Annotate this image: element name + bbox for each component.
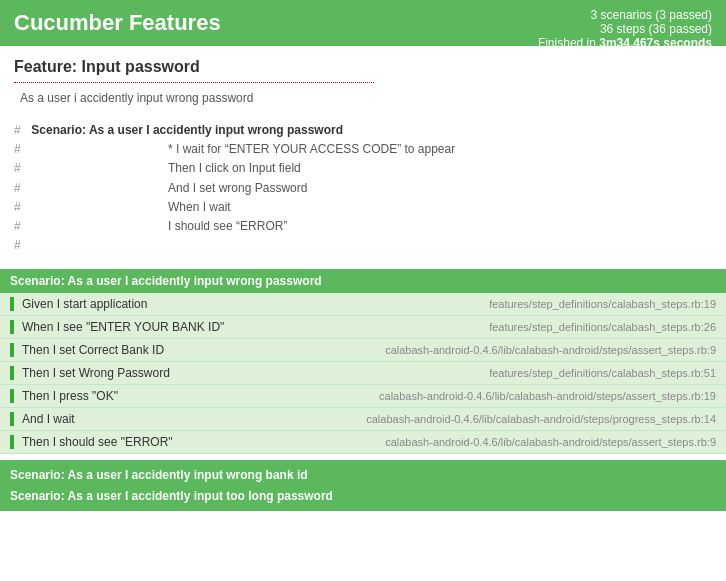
step-file: features/step_definitions/calabash_steps…: [489, 298, 716, 310]
step-text: When I wait: [168, 198, 231, 217]
scenario-plain: # Scenario: As a user I accidently input…: [0, 113, 726, 263]
table-row: Given I start applicationfeatures/step_d…: [0, 293, 726, 316]
step-hash: #: [14, 140, 28, 159]
step-file: calabash-android-0.4.6/lib/calabash-andr…: [379, 390, 716, 402]
footer-scenario-2: Scenario: As a user I accidently input t…: [10, 486, 716, 506]
collapse-all-button[interactable]: Collapse All: [583, 52, 646, 66]
scenario-plain-header: # Scenario: As a user I accidently input…: [14, 121, 712, 140]
header: Cucumber Features 3 scenarios (3 passed)…: [0, 0, 726, 46]
plain-step-line: #When I wait: [14, 198, 712, 217]
step-hash: #: [14, 217, 28, 236]
footer-scenario-1: Scenario: As a user I accidently input w…: [10, 465, 716, 485]
step-name: Then I press "OK": [22, 389, 379, 403]
step-file: calabash-android-0.4.6/lib/calabash-andr…: [366, 413, 716, 425]
plain-step-line: #: [14, 236, 712, 255]
scenario-block-header: Scenario: As a user I accidently input w…: [0, 269, 726, 293]
step-pass-indicator: [10, 297, 14, 311]
step-hash: #: [14, 236, 28, 255]
feature-divider: [14, 82, 374, 83]
step-text: Then I click on Input field: [168, 159, 301, 178]
scenario-plain-label: Scenario: As a user I accidently input w…: [31, 123, 343, 137]
step-name: Given I start application: [22, 297, 489, 311]
plain-step-line: #I should see “ERROR”: [14, 217, 712, 236]
expand-all-button[interactable]: Expand All: [655, 52, 712, 66]
table-row: Then I set Wrong Passwordfeatures/step_d…: [0, 362, 726, 385]
scenario-block: Scenario: As a user I accidently input w…: [0, 269, 726, 454]
step-name: Then I should see "ERROR": [22, 435, 385, 449]
step-name: When I see "ENTER YOUR BANK ID": [22, 320, 489, 334]
step-pass-indicator: [10, 412, 14, 426]
plain-step-line: #Then I click on Input field: [14, 159, 712, 178]
table-row: Then I should see "ERROR"calabash-androi…: [0, 431, 726, 454]
step-pass-indicator: [10, 366, 14, 380]
step-text: I should see “ERROR”: [168, 217, 287, 236]
time-stat: Finished in 3m34.467s seconds: [538, 36, 712, 50]
hash-icon: #: [14, 121, 28, 140]
step-pass-indicator: [10, 343, 14, 357]
finished-label: Finished in: [538, 36, 599, 50]
step-name: And I wait: [22, 412, 366, 426]
step-pass-indicator: [10, 320, 14, 334]
step-hash: #: [14, 179, 28, 198]
steps-stat: 36 steps (36 passed): [538, 22, 712, 36]
step-hash: #: [14, 198, 28, 217]
step-name: Then I set Wrong Password: [22, 366, 489, 380]
view-controls: Collapse All Expand All: [538, 52, 712, 66]
stats-panel: 3 scenarios (3 passed) 36 steps (36 pass…: [538, 8, 712, 66]
step-file: features/step_definitions/calabash_steps…: [489, 367, 716, 379]
step-file: features/step_definitions/calabash_steps…: [489, 321, 716, 333]
scenario-footer: Scenario: As a user I accidently input w…: [0, 460, 726, 511]
step-file: calabash-android-0.4.6/lib/calabash-andr…: [385, 344, 716, 356]
table-row: Then I set Correct Bank IDcalabash-andro…: [0, 339, 726, 362]
time-value: 3m34.467s seconds: [599, 36, 712, 50]
step-hash: #: [14, 159, 28, 178]
step-file: calabash-android-0.4.6/lib/calabash-andr…: [385, 436, 716, 448]
step-pass-indicator: [10, 389, 14, 403]
step-rows-list: Given I start applicationfeatures/step_d…: [0, 293, 726, 454]
table-row: When I see "ENTER YOUR BANK ID"features/…: [0, 316, 726, 339]
plain-steps-list: #* I wait for “ENTER YOUR ACCESS CODE” t…: [14, 140, 712, 255]
step-text: And I set wrong Password: [168, 179, 307, 198]
plain-step-line: #And I set wrong Password: [14, 179, 712, 198]
step-pass-indicator: [10, 435, 14, 449]
scenarios-stat: 3 scenarios (3 passed): [538, 8, 712, 22]
step-text: * I wait for “ENTER YOUR ACCESS CODE” to…: [168, 140, 455, 159]
feature-description: As a user i accidently input wrong passw…: [20, 91, 712, 105]
table-row: And I waitcalabash-android-0.4.6/lib/cal…: [0, 408, 726, 431]
plain-step-line: #* I wait for “ENTER YOUR ACCESS CODE” t…: [14, 140, 712, 159]
table-row: Then I press "OK"calabash-android-0.4.6/…: [0, 385, 726, 408]
step-name: Then I set Correct Bank ID: [22, 343, 385, 357]
